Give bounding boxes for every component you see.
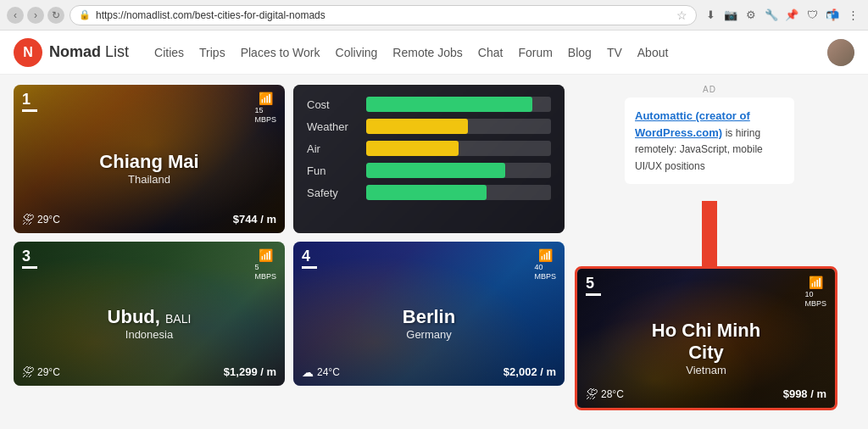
refresh-button[interactable]: ↻ [47,7,64,24]
city-country-ubud: Indonesia [22,328,276,341]
logo-text: Nomad List [49,43,129,61]
card-bottom-berlin: ☁ 24°C $2,002 / m [302,365,556,379]
wifi-speed-berlin: 40MBPS [534,263,556,281]
wifi-icon-ubud: 📶 [259,248,273,263]
stat-bar-bg-fun [366,163,551,178]
stat-safety: Safety [307,185,551,200]
stat-bar-bg-weather [366,119,551,134]
temperature-ubud: 29°C [37,366,60,378]
card-top: 1 📶 15MBPS [22,92,276,124]
city-country-hcmc: Vietnam [586,364,826,376]
menu-icon[interactable]: ⋮ [844,7,861,24]
url-text: https://nomadlist.com/best-cities-for-di… [96,9,671,21]
user-avatar[interactable] [827,39,854,66]
weather-icon-ubud: ⛈ [22,365,34,379]
arrow-shaft [702,201,717,269]
weather-icon-berlin: ☁ [302,365,314,379]
stat-label-weather: Weather [307,120,358,133]
city-country-berlin: Germany [302,328,556,341]
city-name-hcmc: Ho Chi MinhCity [586,320,826,364]
city-card-berlin[interactable]: 4 📶 40MBPS Berlin Germany [293,242,565,386]
card-bottom-ubud: ⛈ 29°C $1,299 / m [22,365,276,379]
nav-cities[interactable]: Cities [154,46,184,59]
card-content-ubud: 3 📶 5MBPS Ubud, BALI Indonesia [14,242,285,386]
logo-icon: N [14,38,42,67]
card-content-berlin: 4 📶 40MBPS Berlin Germany [293,242,565,386]
city-country: Thailand [22,173,276,186]
hcmc-card-area: 5 📶 10MBPS Ho Chi MinhCity Vietnam [575,266,854,410]
nav-chat[interactable]: Chat [478,46,504,59]
card-content-hcmc: 5 📶 10MBPS Ho Chi MinhCity Vietnam [577,269,835,408]
nav-places[interactable]: Places to Work [241,46,320,59]
city-cost-berlin: $2,002 / m [504,365,556,378]
nav-tv[interactable]: TV [607,46,622,59]
forward-button[interactable]: › [27,7,44,24]
extension-icon[interactable]: ⚙ [743,7,760,24]
card-middle-ubud: Ubud, BALI Indonesia [22,306,276,341]
nav-coliving[interactable]: Coliving [336,46,378,59]
wifi-icon: 📶 [259,92,273,106]
stat-bar-fun [366,163,505,178]
extension3-icon[interactable]: 📌 [783,7,800,24]
city-cost-hcmc: $998 / m [783,387,826,400]
extension4-icon[interactable]: 🛡 [804,7,821,24]
stat-bar-bg-safety [366,185,551,200]
rank-area-berlin: 4 [302,248,317,269]
rank-bar [22,109,37,112]
extension2-icon[interactable]: 🔧 [763,7,780,24]
city-rank-ubud: 3 [22,248,37,264]
card-middle-hcmc: Ho Chi MinhCity Vietnam [586,320,826,376]
card-bottom: ⛈ 29°C $744 / m [22,213,276,226]
card-content: 1 📶 15MBPS Chiang Mai Thailand [14,85,285,233]
extension5-icon[interactable]: 📬 [824,7,841,24]
logo-area[interactable]: N Nomad List [14,38,129,67]
nav-forum[interactable]: Forum [518,46,552,59]
nav-blog[interactable]: Blog [568,46,592,59]
rank-bar-berlin [302,266,317,269]
weather-icon: ⛈ [22,213,34,226]
temperature-hcmc: 28°C [601,388,624,400]
wifi-info-ubud: 📶 5MBPS [254,248,276,281]
wifi-speed: 15MBPS [254,106,276,125]
stat-bar-bg-cost [366,97,551,112]
stat-label-cost: Cost [307,98,358,111]
stat-label-fun: Fun [307,164,358,177]
screenshot-icon[interactable]: 📷 [722,7,739,24]
weather-icon-hcmc: ⛈ [586,387,598,401]
temp-area-hcmc: ⛈ 28°C [586,387,624,401]
wifi-icon-berlin: 📶 [538,248,553,263]
nav-remotejobs[interactable]: Remote Jobs [392,46,462,59]
back-button[interactable]: ‹ [7,7,24,24]
card-top-berlin: 4 📶 40MBPS [302,248,556,281]
pocket-icon[interactable]: ⬇ [702,7,719,24]
avatar-image [827,39,854,66]
city-card-ubud[interactable]: 3 📶 5MBPS Ubud, BALI Indonesia [14,242,285,386]
rank-area-ubud: 3 [22,248,37,269]
ad-block: Automattic (creator of WordPress.com) is… [625,98,794,184]
card-bottom-hcmc: ⛈ 28°C $998 / m [586,387,826,401]
row-1: 1 📶 15MBPS Chiang Mai Thailand [14,85,565,233]
stat-bar-cost [366,97,532,112]
rank-bar-hcmc [586,293,601,296]
stat-air: Air [307,141,551,156]
star-icon[interactable]: ☆ [676,8,687,22]
nav-about[interactable]: About [637,46,669,59]
browser-actions: ⬇ 📷 ⚙ 🔧 📌 🛡 📬 ⋮ [702,7,861,24]
nav-links: Cities Trips Places to Work Coliving Rem… [154,46,810,59]
card-top-ubud: 3 📶 5MBPS [22,248,276,281]
temp-area: ⛈ 29°C [22,213,60,226]
address-bar[interactable]: 🔒 https://nomadlist.com/best-cities-for-… [70,5,697,25]
city-rank-berlin: 4 [302,248,317,264]
city-stats-card[interactable]: Cost Weather Air [293,85,565,233]
temperature-berlin: 24°C [317,366,340,378]
nav-trips[interactable]: Trips [199,46,225,59]
stat-fun: Fun [307,163,551,178]
city-rank: 1 [22,92,37,107]
rank-area-hcmc: 5 [586,276,601,296]
city-card-chiangmai[interactable]: 1 📶 15MBPS Chiang Mai Thailand [14,85,285,233]
city-card-hcmc[interactable]: 5 📶 10MBPS Ho Chi MinhCity Vietnam [575,266,837,410]
site-header: N Nomad List Cities Trips Places to Work… [0,31,868,75]
city-name-ubud: Ubud, BALI [22,306,276,328]
wifi-speed-ubud: 5MBPS [254,263,276,281]
temp-area-berlin: ☁ 24°C [302,365,340,379]
